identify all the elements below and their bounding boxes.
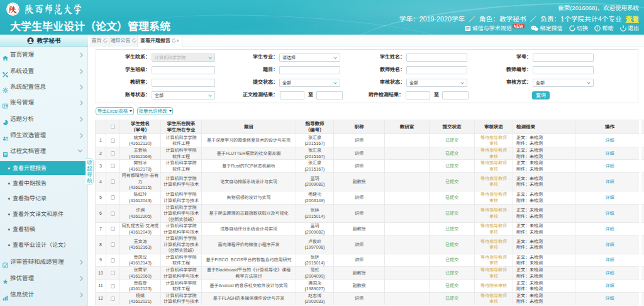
svg-text:陕: 陕	[9, 5, 18, 14]
svg-text:i: i	[597, 26, 599, 30]
